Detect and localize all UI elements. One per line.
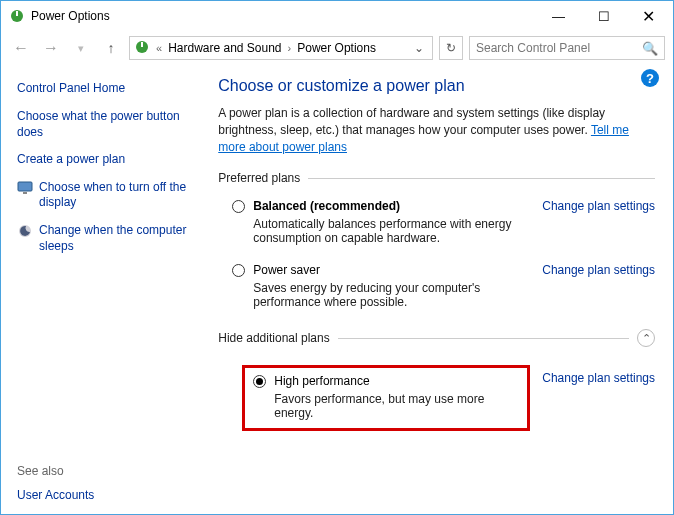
search-icon: 🔍: [642, 41, 658, 56]
app-icon: [9, 8, 25, 24]
search-placeholder: Search Control Panel: [476, 41, 642, 55]
section-label: Preferred plans: [218, 171, 300, 185]
change-plan-settings-link[interactable]: Change plan settings: [542, 371, 655, 385]
svg-rect-4: [18, 182, 32, 191]
content-area: Control Panel Home Choose what the power…: [1, 65, 673, 514]
window-title: Power Options: [31, 9, 536, 23]
search-input[interactable]: Search Control Panel 🔍: [469, 36, 665, 60]
sidebar-item-turn-off-display[interactable]: Choose when to turn off the display: [17, 180, 202, 211]
up-button[interactable]: ↑: [99, 36, 123, 60]
window-root: Power Options — ☐ ✕ ← → ▾ ↑ « Hardware a…: [0, 0, 674, 515]
monitor-icon: [17, 180, 33, 196]
sidebar-item-label: Choose what the power button does: [17, 109, 202, 140]
section-label: Hide additional plans: [218, 331, 329, 345]
radio-highperf[interactable]: [253, 375, 266, 388]
address-dropdown[interactable]: ⌄: [410, 41, 428, 55]
description-text: A power plan is a collection of hardware…: [218, 106, 605, 137]
user-accounts-link[interactable]: User Accounts: [17, 488, 202, 502]
refresh-button[interactable]: ↻: [439, 36, 463, 60]
plan-description: Automatically balances performance with …: [253, 217, 542, 245]
preferred-plans-header: Preferred plans: [218, 171, 655, 185]
breadcrumb-item[interactable]: Power Options: [297, 41, 376, 55]
plan-balanced: Balanced (recommended) Automatically bal…: [218, 195, 655, 259]
recent-dropdown[interactable]: ▾: [69, 36, 93, 60]
sidebar-item-sleep[interactable]: Change when the computer sleeps: [17, 223, 202, 254]
divider: [308, 178, 655, 179]
close-button[interactable]: ✕: [626, 2, 671, 30]
radio-balanced[interactable]: [232, 200, 245, 213]
highlight-box: High performance Favors performance, but…: [242, 365, 530, 431]
window-controls: — ☐ ✕: [536, 2, 671, 30]
plan-highperf-row: High performance Favors performance, but…: [218, 357, 655, 445]
sidebar-item-create-plan[interactable]: Create a power plan: [17, 152, 202, 168]
svg-rect-1: [16, 11, 18, 16]
back-button[interactable]: ←: [9, 36, 33, 60]
forward-button[interactable]: →: [39, 36, 63, 60]
collapse-button[interactable]: ⌃: [637, 329, 655, 347]
chevron-icon: «: [154, 42, 164, 54]
address-bar[interactable]: « Hardware and Sound › Power Options ⌄: [129, 36, 433, 60]
sidebar: Control Panel Home Choose what the power…: [1, 65, 214, 514]
plan-name[interactable]: Power saver: [253, 263, 542, 277]
see-also-label: See also: [17, 464, 202, 478]
plan-description: Saves energy by reducing your computer's…: [253, 281, 542, 309]
nav-row: ← → ▾ ↑ « Hardware and Sound › Power Opt…: [1, 31, 673, 65]
sidebar-item-label: Create a power plan: [17, 152, 125, 168]
plan-description: Favors performance, but may use more ene…: [274, 392, 519, 420]
svg-rect-5: [23, 192, 27, 194]
breadcrumb-item[interactable]: Hardware and Sound: [168, 41, 281, 55]
main-panel: ? Choose or customize a power plan A pow…: [214, 65, 673, 514]
change-plan-settings-link[interactable]: Change plan settings: [542, 199, 655, 213]
help-icon[interactable]: ?: [641, 69, 659, 87]
page-heading: Choose or customize a power plan: [218, 77, 655, 95]
change-plan-settings-link[interactable]: Change plan settings: [542, 263, 655, 277]
plan-powersaver: Power saver Saves energy by reducing you…: [218, 259, 655, 323]
hide-additional-header: Hide additional plans ⌃: [218, 329, 655, 347]
sidebar-item-label: Choose when to turn off the display: [39, 180, 202, 211]
plan-name[interactable]: Balanced (recommended): [253, 199, 542, 213]
page-description: A power plan is a collection of hardware…: [218, 105, 655, 155]
sleep-icon: [17, 223, 33, 239]
control-panel-home-link[interactable]: Control Panel Home: [17, 81, 202, 95]
title-bar: Power Options — ☐ ✕: [1, 1, 673, 31]
plan-name[interactable]: High performance: [274, 374, 519, 388]
sidebar-item-label: Change when the computer sleeps: [39, 223, 202, 254]
minimize-button[interactable]: —: [536, 2, 581, 30]
maximize-button[interactable]: ☐: [581, 2, 626, 30]
divider: [338, 338, 629, 339]
chevron-right-icon: ›: [286, 42, 294, 54]
address-icon: [134, 39, 150, 58]
svg-rect-3: [141, 42, 143, 47]
radio-powersaver[interactable]: [232, 264, 245, 277]
sidebar-item-power-button[interactable]: Choose what the power button does: [17, 109, 202, 140]
